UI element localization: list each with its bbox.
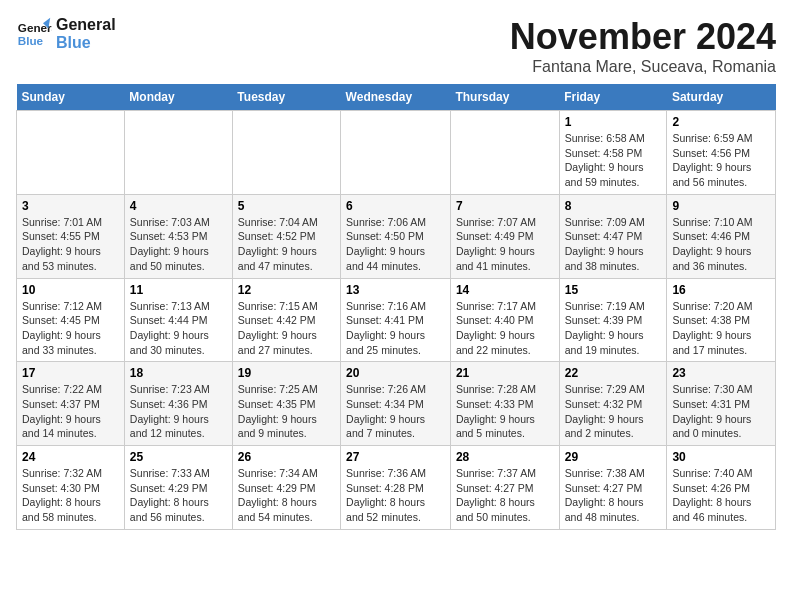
day-number: 18: [130, 366, 227, 380]
day-info: Sunrise: 7:10 AM Sunset: 4:46 PM Dayligh…: [672, 215, 770, 274]
day-info: Sunrise: 7:03 AM Sunset: 4:53 PM Dayligh…: [130, 215, 227, 274]
column-header-sunday: Sunday: [17, 84, 125, 111]
column-header-wednesday: Wednesday: [341, 84, 451, 111]
logo-line1: General: [56, 16, 116, 34]
day-number: 23: [672, 366, 770, 380]
day-number: 11: [130, 283, 227, 297]
day-info: Sunrise: 7:34 AM Sunset: 4:29 PM Dayligh…: [238, 466, 335, 525]
column-header-monday: Monday: [124, 84, 232, 111]
day-cell: 10Sunrise: 7:12 AM Sunset: 4:45 PM Dayli…: [17, 278, 125, 362]
day-number: 20: [346, 366, 445, 380]
day-number: 6: [346, 199, 445, 213]
day-number: 15: [565, 283, 662, 297]
day-info: Sunrise: 7:09 AM Sunset: 4:47 PM Dayligh…: [565, 215, 662, 274]
calendar-table: SundayMondayTuesdayWednesdayThursdayFrid…: [16, 84, 776, 530]
day-number: 3: [22, 199, 119, 213]
month-title: November 2024: [510, 16, 776, 58]
day-cell: 25Sunrise: 7:33 AM Sunset: 4:29 PM Dayli…: [124, 446, 232, 530]
day-cell: 1Sunrise: 6:58 AM Sunset: 4:58 PM Daylig…: [559, 111, 667, 195]
day-info: Sunrise: 7:32 AM Sunset: 4:30 PM Dayligh…: [22, 466, 119, 525]
column-header-saturday: Saturday: [667, 84, 776, 111]
day-info: Sunrise: 7:22 AM Sunset: 4:37 PM Dayligh…: [22, 382, 119, 441]
location-title: Fantana Mare, Suceava, Romania: [510, 58, 776, 76]
day-number: 26: [238, 450, 335, 464]
day-number: 29: [565, 450, 662, 464]
day-number: 10: [22, 283, 119, 297]
day-cell: 12Sunrise: 7:15 AM Sunset: 4:42 PM Dayli…: [232, 278, 340, 362]
day-info: Sunrise: 7:12 AM Sunset: 4:45 PM Dayligh…: [22, 299, 119, 358]
day-number: 25: [130, 450, 227, 464]
day-info: Sunrise: 7:07 AM Sunset: 4:49 PM Dayligh…: [456, 215, 554, 274]
day-cell: [341, 111, 451, 195]
day-info: Sunrise: 6:59 AM Sunset: 4:56 PM Dayligh…: [672, 131, 770, 190]
day-cell: [17, 111, 125, 195]
day-cell: 14Sunrise: 7:17 AM Sunset: 4:40 PM Dayli…: [450, 278, 559, 362]
day-cell: 29Sunrise: 7:38 AM Sunset: 4:27 PM Dayli…: [559, 446, 667, 530]
day-info: Sunrise: 7:25 AM Sunset: 4:35 PM Dayligh…: [238, 382, 335, 441]
day-cell: 4Sunrise: 7:03 AM Sunset: 4:53 PM Daylig…: [124, 194, 232, 278]
day-cell: 3Sunrise: 7:01 AM Sunset: 4:55 PM Daylig…: [17, 194, 125, 278]
day-cell: 2Sunrise: 6:59 AM Sunset: 4:56 PM Daylig…: [667, 111, 776, 195]
column-header-thursday: Thursday: [450, 84, 559, 111]
day-number: 21: [456, 366, 554, 380]
day-cell: 19Sunrise: 7:25 AM Sunset: 4:35 PM Dayli…: [232, 362, 340, 446]
day-number: 14: [456, 283, 554, 297]
title-section: November 2024 Fantana Mare, Suceava, Rom…: [510, 16, 776, 76]
day-number: 24: [22, 450, 119, 464]
day-cell: 17Sunrise: 7:22 AM Sunset: 4:37 PM Dayli…: [17, 362, 125, 446]
day-number: 17: [22, 366, 119, 380]
day-cell: 15Sunrise: 7:19 AM Sunset: 4:39 PM Dayli…: [559, 278, 667, 362]
week-row-5: 24Sunrise: 7:32 AM Sunset: 4:30 PM Dayli…: [17, 446, 776, 530]
day-cell: 21Sunrise: 7:28 AM Sunset: 4:33 PM Dayli…: [450, 362, 559, 446]
day-cell: 6Sunrise: 7:06 AM Sunset: 4:50 PM Daylig…: [341, 194, 451, 278]
day-info: Sunrise: 7:16 AM Sunset: 4:41 PM Dayligh…: [346, 299, 445, 358]
day-number: 7: [456, 199, 554, 213]
day-cell: 18Sunrise: 7:23 AM Sunset: 4:36 PM Dayli…: [124, 362, 232, 446]
day-info: Sunrise: 7:36 AM Sunset: 4:28 PM Dayligh…: [346, 466, 445, 525]
day-number: 27: [346, 450, 445, 464]
day-info: Sunrise: 7:33 AM Sunset: 4:29 PM Dayligh…: [130, 466, 227, 525]
day-number: 19: [238, 366, 335, 380]
day-number: 30: [672, 450, 770, 464]
day-cell: 26Sunrise: 7:34 AM Sunset: 4:29 PM Dayli…: [232, 446, 340, 530]
day-info: Sunrise: 7:28 AM Sunset: 4:33 PM Dayligh…: [456, 382, 554, 441]
day-cell: 8Sunrise: 7:09 AM Sunset: 4:47 PM Daylig…: [559, 194, 667, 278]
day-number: 2: [672, 115, 770, 129]
day-cell: 22Sunrise: 7:29 AM Sunset: 4:32 PM Dayli…: [559, 362, 667, 446]
day-number: 5: [238, 199, 335, 213]
svg-text:Blue: Blue: [18, 34, 44, 47]
day-number: 22: [565, 366, 662, 380]
day-cell: [124, 111, 232, 195]
day-info: Sunrise: 7:15 AM Sunset: 4:42 PM Dayligh…: [238, 299, 335, 358]
day-cell: 5Sunrise: 7:04 AM Sunset: 4:52 PM Daylig…: [232, 194, 340, 278]
logo-icon: General Blue: [16, 16, 52, 52]
day-info: Sunrise: 7:40 AM Sunset: 4:26 PM Dayligh…: [672, 466, 770, 525]
logo: General Blue General Blue: [16, 16, 116, 52]
logo-line2: Blue: [56, 34, 116, 52]
day-info: Sunrise: 7:23 AM Sunset: 4:36 PM Dayligh…: [130, 382, 227, 441]
day-info: Sunrise: 7:17 AM Sunset: 4:40 PM Dayligh…: [456, 299, 554, 358]
day-info: Sunrise: 7:29 AM Sunset: 4:32 PM Dayligh…: [565, 382, 662, 441]
day-info: Sunrise: 7:13 AM Sunset: 4:44 PM Dayligh…: [130, 299, 227, 358]
day-cell: 30Sunrise: 7:40 AM Sunset: 4:26 PM Dayli…: [667, 446, 776, 530]
day-info: Sunrise: 7:37 AM Sunset: 4:27 PM Dayligh…: [456, 466, 554, 525]
day-info: Sunrise: 7:26 AM Sunset: 4:34 PM Dayligh…: [346, 382, 445, 441]
day-cell: [232, 111, 340, 195]
page-header: General Blue General Blue November 2024 …: [16, 16, 776, 76]
day-cell: 13Sunrise: 7:16 AM Sunset: 4:41 PM Dayli…: [341, 278, 451, 362]
day-number: 28: [456, 450, 554, 464]
day-number: 13: [346, 283, 445, 297]
day-cell: 23Sunrise: 7:30 AM Sunset: 4:31 PM Dayli…: [667, 362, 776, 446]
week-row-2: 3Sunrise: 7:01 AM Sunset: 4:55 PM Daylig…: [17, 194, 776, 278]
day-info: Sunrise: 7:20 AM Sunset: 4:38 PM Dayligh…: [672, 299, 770, 358]
day-cell: 20Sunrise: 7:26 AM Sunset: 4:34 PM Dayli…: [341, 362, 451, 446]
day-cell: 7Sunrise: 7:07 AM Sunset: 4:49 PM Daylig…: [450, 194, 559, 278]
day-info: Sunrise: 7:06 AM Sunset: 4:50 PM Dayligh…: [346, 215, 445, 274]
day-cell: [450, 111, 559, 195]
day-cell: 16Sunrise: 7:20 AM Sunset: 4:38 PM Dayli…: [667, 278, 776, 362]
day-info: Sunrise: 6:58 AM Sunset: 4:58 PM Dayligh…: [565, 131, 662, 190]
day-number: 16: [672, 283, 770, 297]
week-row-3: 10Sunrise: 7:12 AM Sunset: 4:45 PM Dayli…: [17, 278, 776, 362]
day-info: Sunrise: 7:19 AM Sunset: 4:39 PM Dayligh…: [565, 299, 662, 358]
week-row-4: 17Sunrise: 7:22 AM Sunset: 4:37 PM Dayli…: [17, 362, 776, 446]
